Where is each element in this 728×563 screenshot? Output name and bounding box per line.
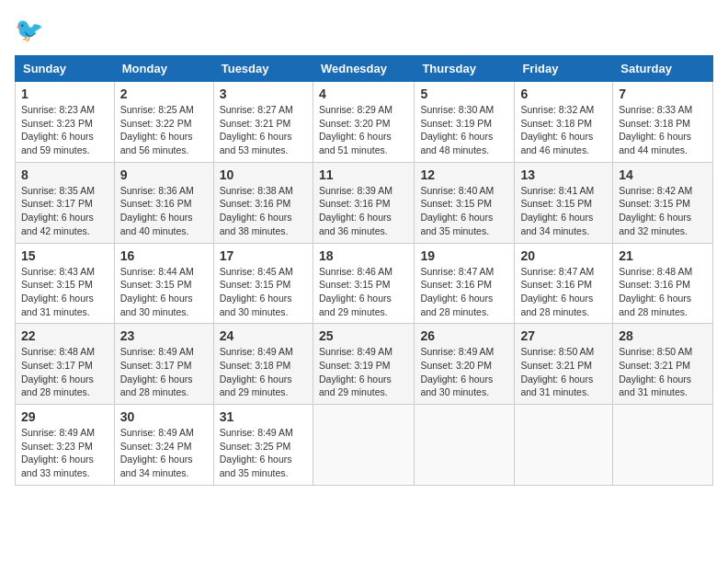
daylight-label: Daylight: 6 hours and 56 minutes.: [120, 131, 193, 155]
calendar-cell: 3 Sunrise: 8:27 AM Sunset: 3:21 PM Dayli…: [213, 82, 313, 163]
day-number: 25: [319, 328, 408, 343]
day-info: Sunrise: 8:50 AM Sunset: 3:21 PM Dayligh…: [619, 345, 707, 399]
calendar-cell: 12 Sunrise: 8:40 AM Sunset: 3:15 PM Dayl…: [415, 162, 515, 243]
day-info: Sunrise: 8:32 AM Sunset: 3:18 PM Dayligh…: [520, 103, 607, 157]
day-number: 21: [619, 248, 707, 263]
calendar-cell: 27 Sunrise: 8:50 AM Sunset: 3:21 PM Dayl…: [515, 324, 613, 405]
day-number: 22: [21, 328, 108, 343]
sunrise-label: Sunrise: 8:43 AM: [21, 266, 95, 277]
sunrise-label: Sunrise: 8:48 AM: [21, 346, 95, 357]
logo: 🐦: [15, 15, 51, 48]
day-info: Sunrise: 8:47 AM Sunset: 3:16 PM Dayligh…: [520, 265, 607, 319]
calendar-cell: 6 Sunrise: 8:32 AM Sunset: 3:18 PM Dayli…: [515, 82, 613, 163]
calendar-cell: 22 Sunrise: 8:48 AM Sunset: 3:17 PM Dayl…: [16, 324, 115, 405]
sunset-label: Sunset: 3:16 PM: [220, 198, 291, 209]
day-info: Sunrise: 8:38 AM Sunset: 3:16 PM Dayligh…: [220, 184, 307, 238]
day-number: 2: [120, 86, 208, 101]
sunrise-label: Sunrise: 8:36 AM: [120, 185, 194, 196]
day-info: Sunrise: 8:25 AM Sunset: 3:22 PM Dayligh…: [120, 103, 208, 157]
sunset-label: Sunset: 3:17 PM: [21, 360, 93, 371]
calendar-cell: 30 Sunrise: 8:49 AM Sunset: 3:24 PM Dayl…: [114, 405, 213, 486]
sunset-label: Sunset: 3:19 PM: [319, 360, 391, 371]
calendar-cell: 29 Sunrise: 8:49 AM Sunset: 3:23 PM Dayl…: [16, 405, 115, 486]
sunset-label: Sunset: 3:18 PM: [520, 118, 592, 129]
calendar-cell: [415, 405, 515, 486]
sunrise-label: Sunrise: 8:47 AM: [520, 266, 594, 277]
sunset-label: Sunset: 3:15 PM: [220, 279, 291, 290]
sunset-label: Sunset: 3:15 PM: [21, 279, 93, 290]
day-number: 19: [420, 248, 508, 263]
calendar-header-row: SundayMondayTuesdayWednesdayThursdayFrid…: [16, 56, 713, 82]
calendar-cell: 16 Sunrise: 8:44 AM Sunset: 3:15 PM Dayl…: [114, 243, 213, 324]
calendar-week-5: 29 Sunrise: 8:49 AM Sunset: 3:23 PM Dayl…: [16, 405, 713, 486]
day-number: 11: [319, 167, 408, 182]
daylight-label: Daylight: 6 hours and 40 minutes.: [120, 212, 193, 236]
daylight-label: Daylight: 6 hours and 38 minutes.: [220, 212, 292, 236]
calendar-cell: 18 Sunrise: 8:46 AM Sunset: 3:15 PM Dayl…: [313, 243, 414, 324]
calendar-cell: 28 Sunrise: 8:50 AM Sunset: 3:21 PM Dayl…: [613, 324, 713, 405]
sunset-label: Sunset: 3:18 PM: [619, 118, 690, 129]
day-number: 10: [220, 167, 307, 182]
sunrise-label: Sunrise: 8:23 AM: [21, 104, 95, 115]
calendar-week-4: 22 Sunrise: 8:48 AM Sunset: 3:17 PM Dayl…: [16, 324, 713, 405]
column-header-wednesday: Wednesday: [313, 56, 414, 82]
sunset-label: Sunset: 3:17 PM: [21, 198, 93, 209]
day-info: Sunrise: 8:30 AM Sunset: 3:19 PM Dayligh…: [420, 103, 508, 157]
day-number: 4: [319, 86, 408, 101]
sunset-label: Sunset: 3:15 PM: [319, 279, 391, 290]
day-number: 5: [420, 86, 508, 101]
daylight-label: Daylight: 6 hours and 48 minutes.: [420, 131, 493, 155]
sunset-label: Sunset: 3:20 PM: [319, 118, 391, 129]
daylight-label: Daylight: 6 hours and 59 minutes.: [21, 131, 94, 155]
sunrise-label: Sunrise: 8:49 AM: [120, 427, 194, 438]
sunset-label: Sunset: 3:22 PM: [120, 118, 192, 129]
calendar-cell: 8 Sunrise: 8:35 AM Sunset: 3:17 PM Dayli…: [16, 162, 115, 243]
day-number: 12: [420, 167, 508, 182]
day-number: 15: [21, 248, 108, 263]
sunrise-label: Sunrise: 8:32 AM: [520, 104, 594, 115]
sunrise-label: Sunrise: 8:50 AM: [520, 346, 594, 357]
day-number: 13: [520, 167, 607, 182]
daylight-label: Daylight: 6 hours and 31 minutes.: [21, 293, 94, 317]
daylight-label: Daylight: 6 hours and 31 minutes.: [619, 373, 691, 398]
sunset-label: Sunset: 3:21 PM: [220, 118, 291, 129]
day-info: Sunrise: 8:46 AM Sunset: 3:15 PM Dayligh…: [319, 265, 408, 319]
column-header-thursday: Thursday: [415, 56, 515, 82]
daylight-label: Daylight: 6 hours and 29 minutes.: [319, 293, 392, 317]
daylight-label: Daylight: 6 hours and 34 minutes.: [520, 212, 593, 236]
sunrise-label: Sunrise: 8:49 AM: [319, 346, 392, 357]
day-info: Sunrise: 8:50 AM Sunset: 3:21 PM Dayligh…: [520, 345, 607, 399]
sunset-label: Sunset: 3:15 PM: [619, 198, 690, 209]
daylight-label: Daylight: 6 hours and 36 minutes.: [319, 212, 392, 236]
calendar-cell: 10 Sunrise: 8:38 AM Sunset: 3:16 PM Dayl…: [213, 162, 313, 243]
calendar-cell: 1 Sunrise: 8:23 AM Sunset: 3:23 PM Dayli…: [16, 82, 115, 163]
calendar-cell: 24 Sunrise: 8:49 AM Sunset: 3:18 PM Dayl…: [213, 324, 313, 405]
day-number: 1: [21, 86, 108, 101]
day-number: 7: [619, 86, 707, 101]
daylight-label: Daylight: 6 hours and 35 minutes.: [220, 454, 292, 478]
day-info: Sunrise: 8:29 AM Sunset: 3:20 PM Dayligh…: [319, 103, 408, 157]
day-info: Sunrise: 8:45 AM Sunset: 3:15 PM Dayligh…: [220, 265, 307, 319]
sunrise-label: Sunrise: 8:44 AM: [120, 266, 194, 277]
day-info: Sunrise: 8:41 AM Sunset: 3:15 PM Dayligh…: [520, 184, 607, 238]
calendar-cell: 23 Sunrise: 8:49 AM Sunset: 3:17 PM Dayl…: [114, 324, 213, 405]
sunset-label: Sunset: 3:21 PM: [520, 360, 592, 371]
sunrise-label: Sunrise: 8:39 AM: [319, 185, 392, 196]
daylight-label: Daylight: 6 hours and 32 minutes.: [619, 212, 691, 236]
day-info: Sunrise: 8:49 AM Sunset: 3:18 PM Dayligh…: [220, 345, 307, 399]
calendar-week-1: 1 Sunrise: 8:23 AM Sunset: 3:23 PM Dayli…: [16, 82, 713, 163]
day-number: 9: [120, 167, 208, 182]
sunrise-label: Sunrise: 8:33 AM: [619, 104, 692, 115]
daylight-label: Daylight: 6 hours and 34 minutes.: [120, 454, 193, 478]
calendar-cell: 15 Sunrise: 8:43 AM Sunset: 3:15 PM Dayl…: [16, 243, 115, 324]
calendar-cell: [515, 405, 613, 486]
sunset-label: Sunset: 3:16 PM: [420, 279, 492, 290]
day-number: 20: [520, 248, 607, 263]
calendar-cell: 19 Sunrise: 8:47 AM Sunset: 3:16 PM Dayl…: [415, 243, 515, 324]
svg-text:🐦: 🐦: [15, 16, 44, 44]
day-number: 14: [619, 167, 707, 182]
day-info: Sunrise: 8:47 AM Sunset: 3:16 PM Dayligh…: [420, 265, 508, 319]
daylight-label: Daylight: 6 hours and 28 minutes.: [619, 293, 691, 317]
calendar-cell: [613, 405, 713, 486]
sunset-label: Sunset: 3:23 PM: [21, 441, 93, 452]
